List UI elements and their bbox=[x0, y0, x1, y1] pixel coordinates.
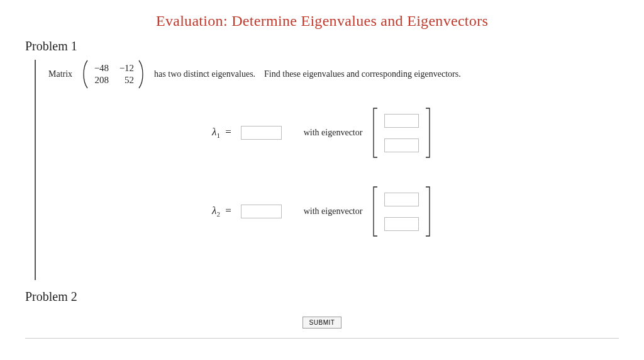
answers-block: λ1 = with eigenvector λ2 = bbox=[212, 108, 619, 237]
lambda1-input[interactable] bbox=[241, 126, 282, 140]
eigenvector2-top-input[interactable] bbox=[384, 193, 419, 206]
with-eigenvector-1: with eigenvector bbox=[304, 128, 363, 138]
eigenvector1-top-input[interactable] bbox=[384, 114, 419, 128]
coefficient-matrix: −48 −12 208 52 bbox=[81, 60, 145, 89]
submit-button[interactable]: SUBMIT bbox=[303, 317, 342, 329]
problem-1-body: Matrix −48 −12 208 52 has two distinct e… bbox=[35, 60, 619, 280]
lambda2-label: λ2 = bbox=[212, 205, 231, 218]
bracket-left-icon bbox=[372, 186, 378, 237]
equals-1: = bbox=[223, 126, 231, 138]
paren-right-icon bbox=[138, 60, 145, 89]
paren-left-icon bbox=[81, 60, 89, 89]
problem-1-heading: Problem 1 bbox=[25, 39, 619, 53]
lambda2-row: λ2 = with eigenvector bbox=[212, 186, 619, 237]
problem-1-prompt: Matrix −48 −12 208 52 has two distinct e… bbox=[48, 60, 619, 89]
equals-2: = bbox=[223, 205, 231, 217]
prompt-text-2: Find these eigenvalues and corresponding… bbox=[264, 69, 461, 79]
bracket-right-icon bbox=[425, 186, 431, 237]
lambda2-input[interactable] bbox=[241, 205, 282, 218]
eigenvector1-bot-input[interactable] bbox=[384, 138, 419, 152]
page-title: Evaluation: Determine Eigenvalues and Ei… bbox=[25, 13, 619, 30]
eigenvector-1 bbox=[372, 108, 431, 158]
lambda2-subscript: 2 bbox=[216, 211, 220, 218]
problem-2-heading: Problem 2 bbox=[25, 290, 619, 304]
lambda1-row: λ1 = with eigenvector bbox=[212, 108, 619, 158]
eigenvector-2 bbox=[372, 186, 431, 237]
submit-area: SUBMIT bbox=[25, 317, 619, 329]
matrix-a22: 52 bbox=[118, 75, 134, 86]
divider bbox=[25, 338, 619, 339]
eigenvector2-bot-input[interactable] bbox=[384, 217, 419, 231]
matrix-a12: −12 bbox=[118, 63, 134, 74]
matrix-a11: −48 bbox=[92, 63, 109, 74]
with-eigenvector-2: with eigenvector bbox=[304, 206, 363, 217]
matrix-label: Matrix bbox=[48, 69, 72, 79]
matrix-a21: 208 bbox=[92, 75, 109, 86]
lambda1-subscript: 1 bbox=[216, 132, 220, 140]
lambda1-label: λ1 = bbox=[212, 126, 231, 139]
bracket-right-icon bbox=[425, 108, 431, 158]
bracket-left-icon bbox=[372, 108, 378, 158]
prompt-text-1: has two distinct eigenvalues. bbox=[154, 69, 255, 79]
